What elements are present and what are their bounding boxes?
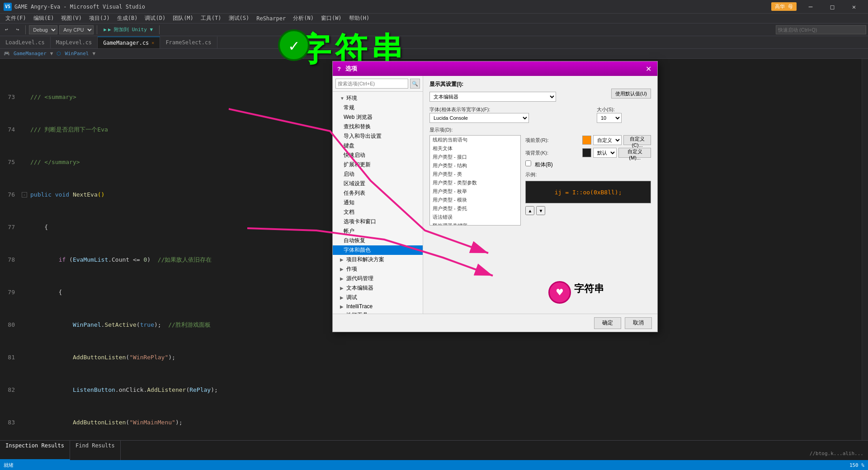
platform-select[interactable]: Any CPU — [59, 25, 94, 34]
menu-bar: 文件(F) 编辑(E) 视图(V) 项目(J) 生成(B) 调试(D) 团队(M… — [0, 14, 868, 24]
dialog-left-panel: 🔍 ▼ 环境 常规 Web 浏览器 查找和替换 导入和导出设置 键盘 快速启动 … — [333, 76, 423, 314]
background-select[interactable]: 默认 — [593, 148, 617, 158]
display-item-syntax-error[interactable]: 语法错误 — [430, 213, 520, 221]
menu-edit[interactable]: 编辑(E) — [30, 14, 58, 23]
list-scroll-up[interactable]: ▲ — [525, 206, 534, 215]
minimize-button[interactable]: ─ — [800, 0, 821, 14]
tree-item-extensions[interactable]: 扩展和更新 — [333, 160, 423, 169]
display-item-user-interface[interactable]: 用户类型 - 接口 — [430, 153, 520, 161]
dialog-help-icon[interactable]: ? — [337, 66, 341, 72]
tree-item-perf-tools[interactable]: ▶ 性能工具 — [333, 310, 423, 314]
tree-item-autorecover[interactable]: 自动恢复 — [333, 236, 423, 245]
display-items-list[interactable]: 线程的当前语句 相关文体 用户类型 - 接口 用户类型 - 结构 用户类型 - … — [429, 135, 521, 226]
custom-background-button[interactable]: 自定义(M)... — [618, 148, 651, 158]
tab-frameselect[interactable]: FrameSelect.cs — [160, 37, 217, 48]
nav-object[interactable]: GameManager — [14, 51, 47, 56]
tree-item-tasklist[interactable]: 任务列表 — [333, 188, 423, 198]
tree-item-source-control[interactable]: ▶ 源代码管理 — [333, 274, 423, 283]
close-button[interactable]: ✕ — [844, 0, 864, 14]
show-settings-label: 显示其设置(I): — [429, 80, 556, 88]
display-item-user-module[interactable]: 用户类型 - 模块 — [430, 196, 520, 204]
tree-item-account[interactable]: 帐户 — [333, 226, 423, 236]
tree-item-debug[interactable]: ▶ 调试 — [333, 293, 423, 302]
tab-label: LoadLevel.cs — [5, 39, 45, 46]
quick-launch-input[interactable] — [776, 25, 866, 34]
menu-tools[interactable]: 工具(T) — [197, 14, 225, 23]
tab-maplevel[interactable]: MapLevel.cs — [51, 37, 98, 48]
display-item-user-typeparam[interactable]: 用户类型 - 类型参数 — [430, 179, 520, 187]
editor-scrollbar[interactable] — [862, 59, 868, 440]
display-item-user-delegate[interactable]: 用户类型 - 委托 — [430, 204, 520, 213]
tree-item-regional[interactable]: 区域设置 — [333, 179, 423, 188]
font-label: 字体(相体表示等宽字体)(F): — [429, 106, 593, 113]
dialog-search-input[interactable] — [335, 79, 408, 89]
find-results-tab[interactable]: Find Results — [70, 441, 121, 460]
dialog-close-button[interactable]: ✕ — [644, 64, 653, 73]
tree-item-general[interactable]: 常规 — [333, 103, 423, 113]
menu-project[interactable]: 项目(J) — [85, 14, 113, 23]
dialog-ok-button[interactable]: 确定 — [594, 317, 621, 329]
show-settings-select[interactable]: 文本编辑器 — [429, 92, 556, 102]
tab-gamemanager[interactable]: GameManager.cs ✕ — [98, 37, 160, 48]
size-select[interactable]: 10 — [597, 113, 622, 123]
tree-item-startup[interactable]: 启动 — [333, 169, 423, 179]
use-default-button[interactable]: 使用默认值(U) — [611, 89, 651, 99]
menu-team[interactable]: 团队(M) — [169, 14, 197, 23]
menu-window[interactable]: 窗口(W) — [317, 14, 345, 23]
tree-item-work-items[interactable]: ▶ 作项 — [333, 264, 423, 274]
options-dialog: ? 选项 ✕ 🔍 ▼ 环境 常规 Web 浏览器 查找和替换 导入和导出设置 键… — [332, 61, 658, 332]
dialog-search-area: 🔍 — [333, 76, 423, 92]
separator-3 — [159, 25, 160, 34]
menu-analyze[interactable]: 分析(N) — [289, 14, 317, 23]
item-background-label: 项背景(K): — [525, 150, 580, 156]
tree-item-fonts-colors[interactable]: 字体和颜色 — [333, 245, 423, 255]
dialog-cancel-button[interactable]: 取消 — [625, 317, 652, 329]
custom-foreground-button[interactable]: 自定义(C)... — [623, 135, 651, 145]
menu-file[interactable]: 文件(F) — [2, 14, 30, 23]
display-item-thread[interactable]: 线程的当前语句 — [430, 136, 520, 144]
tree-item-document[interactable]: 文档 — [333, 207, 423, 217]
tree-item-keyboard[interactable]: 键盘 — [333, 141, 423, 150]
tab-loadlevel[interactable]: LoadLevel.cs — [0, 37, 51, 48]
maximize-button[interactable]: □ — [822, 0, 843, 14]
tab-modified-icon[interactable]: ✕ — [151, 40, 154, 45]
dialog-title-bar: ? 选项 ✕ — [333, 61, 657, 76]
dialog-search-button[interactable]: 🔍 — [410, 79, 420, 89]
tree-item-environment[interactable]: ▼ 环境 — [333, 94, 423, 103]
foreground-select[interactable]: 自定义 — [593, 135, 622, 145]
tree-item-text-editor[interactable]: ▶ 文本编辑器 — [333, 283, 423, 293]
redo-button[interactable]: ↪ — [13, 25, 23, 35]
tree-item-find-replace[interactable]: 查找和替换 — [333, 122, 423, 132]
tree-item-quicklaunch[interactable]: 快速启动 — [333, 150, 423, 160]
preview-box: ij = I::oo(0xB8ll); — [525, 181, 651, 203]
display-item-user-struct[interactable]: 用户类型 - 结构 — [430, 161, 520, 170]
tree-item-tabs-windows[interactable]: 选项卡和窗口 — [333, 217, 423, 226]
undo-button[interactable]: ↩ — [2, 25, 11, 35]
display-item-user-class[interactable]: 用户类型 - 类 — [430, 170, 520, 179]
tree-item-intellitrace[interactable]: ▶ IntelliTrace — [333, 302, 423, 310]
nav-member[interactable]: WinPanel — [65, 51, 89, 56]
tree-item-import-export[interactable]: 导入和导出设置 — [333, 132, 423, 141]
menu-test[interactable]: 测试(S) — [225, 14, 253, 23]
menu-view[interactable]: 视图(V) — [57, 14, 85, 23]
tab-label: GameManager.cs — [103, 40, 149, 46]
inspection-results-tab[interactable]: Inspection Results — [0, 441, 70, 460]
font-select[interactable]: Lucida Console — [429, 113, 529, 123]
menu-debug[interactable]: 调试(D) — [141, 14, 169, 23]
debug-config-select[interactable]: Debug — [29, 25, 57, 34]
tree-item-project-solutions[interactable]: ▶ 项目和解决方案 — [333, 255, 423, 264]
background-color-preview — [582, 148, 591, 157]
tree-item-web-browser[interactable]: Web 浏览器 — [333, 113, 423, 122]
start-button[interactable]: ▶ ▶ 附加到 Unity ▼ — [100, 25, 156, 35]
display-item-preprocessor-kw[interactable]: 预处理器关键字 — [430, 221, 520, 226]
list-scroll-down[interactable]: ▼ — [536, 206, 545, 215]
bold-checkbox[interactable] — [525, 160, 531, 166]
display-item-user-enum[interactable]: 用户类型 - 枚举 — [430, 187, 520, 196]
tab-label: MapLevel.cs — [56, 39, 92, 46]
display-item-related[interactable]: 相关文体 — [430, 144, 520, 153]
menu-build[interactable]: 生成(B) — [113, 14, 142, 23]
tree-item-notify[interactable]: 通知 — [333, 198, 423, 207]
menu-help[interactable]: 帮助(H) — [345, 14, 373, 23]
menu-resharper[interactable]: ReSharper — [253, 14, 289, 23]
title-bar: VS GAME Angry-Eva - Microsoft Visual Stu… — [0, 0, 868, 14]
